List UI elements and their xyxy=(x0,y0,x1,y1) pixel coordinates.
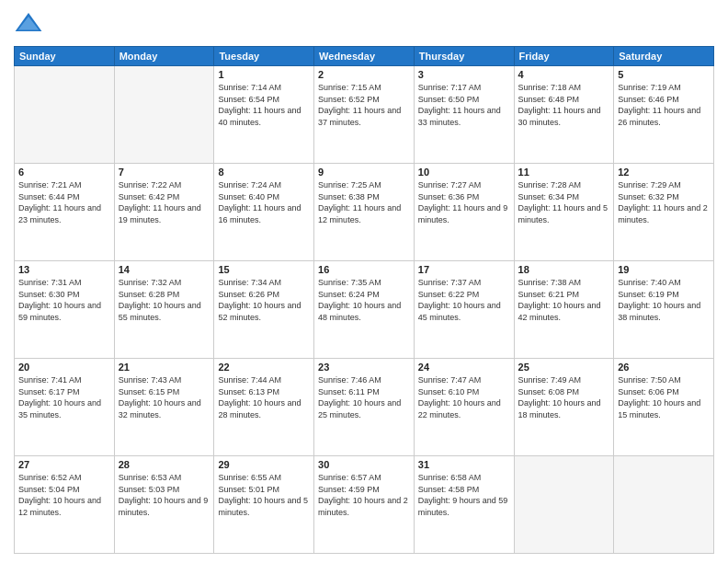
day-header-sunday: Sunday xyxy=(15,47,115,66)
calendar-cell: 4Sunrise: 7:18 AMSunset: 6:48 PMDaylight… xyxy=(514,66,614,164)
day-number: 19 xyxy=(618,264,710,275)
day-number: 8 xyxy=(218,167,310,178)
day-number: 11 xyxy=(518,167,610,178)
day-number: 10 xyxy=(418,167,510,178)
calendar-cell xyxy=(15,66,115,164)
calendar-cell: 8Sunrise: 7:24 AMSunset: 6:40 PMDaylight… xyxy=(214,164,314,261)
calendar-cell xyxy=(614,456,714,554)
day-number: 31 xyxy=(418,459,510,470)
day-info: Sunrise: 6:55 AMSunset: 5:01 PMDaylight:… xyxy=(218,472,310,518)
calendar: SundayMondayTuesdayWednesdayThursdayFrid… xyxy=(14,46,714,554)
day-info: Sunrise: 7:35 AMSunset: 6:24 PMDaylight:… xyxy=(318,277,410,323)
day-number: 12 xyxy=(618,167,710,178)
calendar-cell: 21Sunrise: 7:43 AMSunset: 6:15 PMDayligh… xyxy=(114,359,214,456)
day-header-saturday: Saturday xyxy=(614,47,714,66)
day-number: 25 xyxy=(518,362,610,373)
week-row-1: 6Sunrise: 7:21 AMSunset: 6:44 PMDaylight… xyxy=(15,164,714,261)
day-header-tuesday: Tuesday xyxy=(214,47,314,66)
day-number: 6 xyxy=(18,167,110,178)
week-row-4: 27Sunrise: 6:52 AMSunset: 5:04 PMDayligh… xyxy=(15,456,714,554)
day-number: 13 xyxy=(18,264,110,275)
week-row-0: 1Sunrise: 7:14 AMSunset: 6:54 PMDaylight… xyxy=(15,66,714,164)
day-number: 21 xyxy=(119,362,210,373)
calendar-cell: 18Sunrise: 7:38 AMSunset: 6:21 PMDayligh… xyxy=(514,261,614,359)
day-info: Sunrise: 7:43 AMSunset: 6:15 PMDaylight:… xyxy=(119,374,210,420)
logo xyxy=(14,9,47,39)
day-info: Sunrise: 7:40 AMSunset: 6:19 PMDaylight:… xyxy=(618,277,710,323)
calendar-cell: 24Sunrise: 7:47 AMSunset: 6:10 PMDayligh… xyxy=(414,359,514,456)
day-info: Sunrise: 7:31 AMSunset: 6:30 PMDaylight:… xyxy=(18,277,110,323)
calendar-cell: 10Sunrise: 7:27 AMSunset: 6:36 PMDayligh… xyxy=(414,164,514,261)
calendar-cell: 12Sunrise: 7:29 AMSunset: 6:32 PMDayligh… xyxy=(614,164,714,261)
day-info: Sunrise: 7:46 AMSunset: 6:11 PMDaylight:… xyxy=(318,374,410,420)
day-header-row: SundayMondayTuesdayWednesdayThursdayFrid… xyxy=(15,47,714,66)
calendar-header: SundayMondayTuesdayWednesdayThursdayFrid… xyxy=(15,47,714,66)
calendar-cell: 30Sunrise: 6:57 AMSunset: 4:59 PMDayligh… xyxy=(314,456,415,554)
day-info: Sunrise: 7:21 AMSunset: 6:44 PMDaylight:… xyxy=(18,179,110,225)
calendar-cell: 29Sunrise: 6:55 AMSunset: 5:01 PMDayligh… xyxy=(214,456,314,554)
day-info: Sunrise: 7:50 AMSunset: 6:06 PMDaylight:… xyxy=(618,374,710,420)
day-number: 29 xyxy=(218,459,310,470)
calendar-cell: 14Sunrise: 7:32 AMSunset: 6:28 PMDayligh… xyxy=(114,261,214,359)
day-number: 9 xyxy=(318,167,410,178)
day-info: Sunrise: 7:19 AMSunset: 6:46 PMDaylight:… xyxy=(618,82,710,128)
calendar-cell: 1Sunrise: 7:14 AMSunset: 6:54 PMDaylight… xyxy=(214,66,314,164)
calendar-body: 1Sunrise: 7:14 AMSunset: 6:54 PMDaylight… xyxy=(15,66,714,554)
calendar-cell: 9Sunrise: 7:25 AMSunset: 6:38 PMDaylight… xyxy=(314,164,415,261)
calendar-cell: 27Sunrise: 6:52 AMSunset: 5:04 PMDayligh… xyxy=(15,456,115,554)
calendar-cell: 11Sunrise: 7:28 AMSunset: 6:34 PMDayligh… xyxy=(514,164,614,261)
week-row-2: 13Sunrise: 7:31 AMSunset: 6:30 PMDayligh… xyxy=(15,261,714,359)
day-info: Sunrise: 6:58 AMSunset: 4:58 PMDaylight:… xyxy=(418,472,510,518)
day-number: 5 xyxy=(618,69,710,80)
calendar-cell: 25Sunrise: 7:49 AMSunset: 6:08 PMDayligh… xyxy=(514,359,614,456)
day-info: Sunrise: 7:34 AMSunset: 6:26 PMDaylight:… xyxy=(218,277,310,323)
day-number: 18 xyxy=(518,264,610,275)
day-header-monday: Monday xyxy=(114,47,214,66)
day-info: Sunrise: 7:27 AMSunset: 6:36 PMDaylight:… xyxy=(418,179,510,225)
page: SundayMondayTuesdayWednesdayThursdayFrid… xyxy=(0,0,728,563)
day-header-wednesday: Wednesday xyxy=(314,47,415,66)
calendar-cell: 19Sunrise: 7:40 AMSunset: 6:19 PMDayligh… xyxy=(614,261,714,359)
calendar-cell: 26Sunrise: 7:50 AMSunset: 6:06 PMDayligh… xyxy=(614,359,714,456)
day-info: Sunrise: 7:44 AMSunset: 6:13 PMDaylight:… xyxy=(218,374,310,420)
day-number: 20 xyxy=(18,362,110,373)
calendar-cell: 17Sunrise: 7:37 AMSunset: 6:22 PMDayligh… xyxy=(414,261,514,359)
day-info: Sunrise: 6:57 AMSunset: 4:59 PMDaylight:… xyxy=(318,472,410,518)
day-info: Sunrise: 7:28 AMSunset: 6:34 PMDaylight:… xyxy=(518,179,610,225)
day-number: 27 xyxy=(18,459,110,470)
day-number: 2 xyxy=(318,69,410,80)
day-info: Sunrise: 7:24 AMSunset: 6:40 PMDaylight:… xyxy=(218,179,310,225)
day-info: Sunrise: 7:22 AMSunset: 6:42 PMDaylight:… xyxy=(119,179,210,225)
day-info: Sunrise: 7:41 AMSunset: 6:17 PMDaylight:… xyxy=(18,374,110,420)
day-number: 28 xyxy=(119,459,210,470)
day-number: 17 xyxy=(418,264,510,275)
day-info: Sunrise: 7:38 AMSunset: 6:21 PMDaylight:… xyxy=(518,277,610,323)
logo-icon xyxy=(14,9,43,39)
day-info: Sunrise: 7:14 AMSunset: 6:54 PMDaylight:… xyxy=(218,82,310,128)
day-number: 14 xyxy=(119,264,210,275)
day-number: 1 xyxy=(218,69,310,80)
day-info: Sunrise: 7:49 AMSunset: 6:08 PMDaylight:… xyxy=(518,374,610,420)
calendar-cell: 15Sunrise: 7:34 AMSunset: 6:26 PMDayligh… xyxy=(214,261,314,359)
day-info: Sunrise: 7:37 AMSunset: 6:22 PMDaylight:… xyxy=(418,277,510,323)
day-number: 15 xyxy=(218,264,310,275)
day-number: 4 xyxy=(518,69,610,80)
day-number: 16 xyxy=(318,264,410,275)
day-info: Sunrise: 6:52 AMSunset: 5:04 PMDaylight:… xyxy=(18,472,110,518)
calendar-cell xyxy=(114,66,214,164)
day-header-thursday: Thursday xyxy=(414,47,514,66)
day-info: Sunrise: 6:53 AMSunset: 5:03 PMDaylight:… xyxy=(119,472,210,518)
day-info: Sunrise: 7:15 AMSunset: 6:52 PMDaylight:… xyxy=(318,82,410,128)
week-row-3: 20Sunrise: 7:41 AMSunset: 6:17 PMDayligh… xyxy=(15,359,714,456)
calendar-cell: 2Sunrise: 7:15 AMSunset: 6:52 PMDaylight… xyxy=(314,66,415,164)
day-info: Sunrise: 7:32 AMSunset: 6:28 PMDaylight:… xyxy=(119,277,210,323)
day-number: 23 xyxy=(318,362,410,373)
day-number: 30 xyxy=(318,459,410,470)
day-number: 7 xyxy=(119,167,210,178)
calendar-cell: 22Sunrise: 7:44 AMSunset: 6:13 PMDayligh… xyxy=(214,359,314,456)
day-number: 22 xyxy=(218,362,310,373)
calendar-cell: 16Sunrise: 7:35 AMSunset: 6:24 PMDayligh… xyxy=(314,261,415,359)
calendar-cell: 5Sunrise: 7:19 AMSunset: 6:46 PMDaylight… xyxy=(614,66,714,164)
day-number: 24 xyxy=(418,362,510,373)
calendar-cell: 3Sunrise: 7:17 AMSunset: 6:50 PMDaylight… xyxy=(414,66,514,164)
